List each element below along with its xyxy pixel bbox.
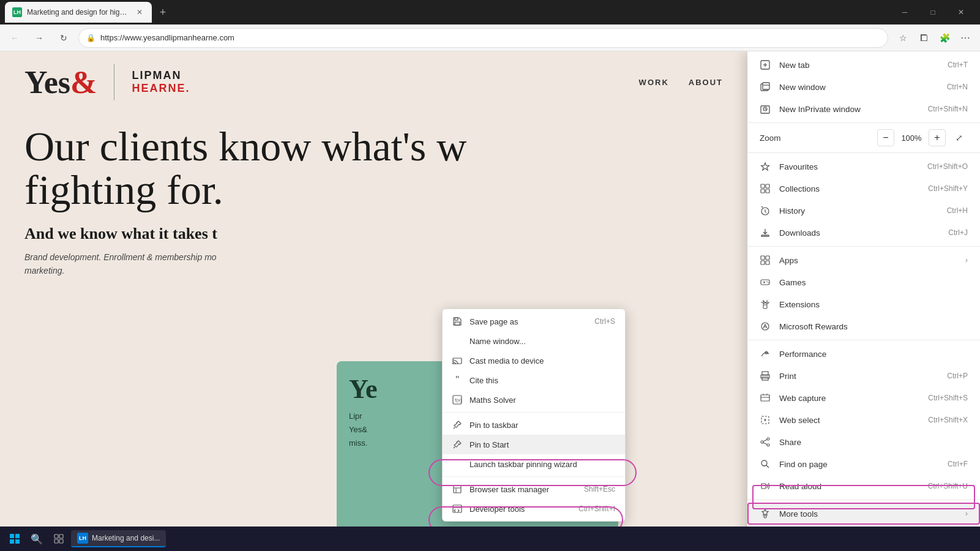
- nav-work[interactable]: WORK: [639, 78, 669, 87]
- menu-find-label: Find on page: [779, 460, 939, 469]
- menu-downloads[interactable]: Downloads Ctrl+J: [747, 222, 980, 244]
- logo-lipman-hearne: LIPMAN HEARNE.: [132, 69, 190, 95]
- close-window-button[interactable]: ✕: [947, 0, 975, 24]
- menu-more-tools-label: More tools: [779, 509, 957, 519]
- ctx-maths[interactable]: f(x) Maths Solver: [443, 390, 625, 410]
- pinning-wizard-icon: [452, 459, 462, 469]
- zoom-out-button[interactable]: −: [877, 129, 894, 146]
- minimize-button[interactable]: ─: [891, 0, 919, 24]
- menu-print-shortcut: Ctrl+P: [947, 372, 968, 380]
- ctx-maths-label: Maths Solver: [469, 395, 615, 405]
- menu-favourites-label: Favourites: [779, 162, 919, 171]
- ctx-pinning-wizard[interactable]: Launch taskbar pinning wizard: [443, 454, 625, 474]
- ctx-pin-start[interactable]: Pin to Start: [443, 435, 625, 454]
- url-bar[interactable]: 🔒 https://www.yesandlipmanhearne.com: [78, 28, 888, 48]
- svg-marker-21: [761, 163, 769, 170]
- maximize-button[interactable]: □: [919, 0, 947, 24]
- settings-menu-button[interactable]: ⋯: [956, 28, 975, 48]
- menu-new-window-label: New window: [779, 83, 938, 92]
- menu-history[interactable]: History Ctrl+H: [747, 200, 980, 222]
- new-tab-icon: [760, 59, 771, 70]
- menu-inprivate[interactable]: New InPrivate window Ctrl+Shift+N: [747, 98, 980, 120]
- history-icon: [760, 205, 771, 216]
- menu-history-label: History: [779, 206, 938, 216]
- ctx-pin-taskbar[interactable]: Pin to taskbar: [443, 415, 625, 435]
- tab-close-button[interactable]: ✕: [135, 7, 144, 17]
- forward-button[interactable]: →: [29, 28, 49, 48]
- menu-sep-2: [747, 152, 980, 153]
- svg-line-50: [766, 465, 769, 468]
- menu-more-tools[interactable]: More tools ›: [747, 503, 980, 525]
- ctx-task-manager-label: Browser task manager: [469, 485, 577, 494]
- zoom-value: 100%: [899, 133, 924, 143]
- ctx-name-window[interactable]: Name window...: [443, 331, 625, 351]
- menu-web-capture[interactable]: Web capture Ctrl+Shift+S: [747, 387, 980, 409]
- active-tab[interactable]: LH Marketing and design for higher... ✕: [5, 2, 152, 23]
- menu-rewards[interactable]: Microsoft Rewards: [747, 315, 980, 337]
- ctx-save-label: Save page as: [469, 317, 587, 326]
- svg-rect-36: [763, 305, 767, 309]
- window-controls: ─ □ ✕: [891, 0, 975, 24]
- menu-find[interactable]: Find on page Ctrl+F: [747, 453, 980, 475]
- menu-apps[interactable]: Apps ›: [747, 249, 980, 271]
- ctx-name-icon: [452, 336, 462, 346]
- zoom-in-button[interactable]: +: [929, 129, 946, 146]
- menu-new-window[interactable]: New window Ctrl+N: [747, 76, 980, 98]
- share-icon: [760, 437, 771, 448]
- favourites-toolbar-button[interactable]: ☆: [893, 28, 913, 48]
- menu-performance[interactable]: Performance: [747, 343, 980, 365]
- ctx-save-page[interactable]: Save page as Ctrl+S: [443, 312, 625, 331]
- menu-print[interactable]: Print Ctrl+P: [747, 365, 980, 387]
- extensions-icon: [760, 299, 771, 310]
- menu-extensions[interactable]: Extensions: [747, 293, 980, 315]
- page-content: Yes & LIPMAN HEARNE. WORK ABOUT Our clie…: [0, 51, 980, 551]
- ctx-cite[interactable]: " Cite this: [443, 370, 625, 390]
- menu-zoom-row: Zoom − 100% + ⤢: [747, 126, 980, 150]
- new-tab-button[interactable]: +: [154, 4, 171, 21]
- start-button[interactable]: [5, 529, 24, 549]
- menu-inprivate-label: New InPrivate window: [779, 105, 919, 114]
- print-icon: [760, 370, 771, 381]
- tab-favicon: LH: [12, 7, 22, 17]
- menu-collections-shortcut: Ctrl+Shift+Y: [928, 184, 968, 193]
- ctx-separator-1: [443, 412, 625, 413]
- collections-toolbar-button[interactable]: ⧠: [914, 28, 933, 48]
- svg-point-52: [764, 515, 766, 518]
- zoom-fullscreen-button[interactable]: ⤢: [951, 129, 968, 146]
- menu-web-select[interactable]: Web select Ctrl+Shift+X: [747, 409, 980, 431]
- menu-share[interactable]: Share: [747, 431, 980, 453]
- ctx-cast[interactable]: Cast media to device: [443, 351, 625, 370]
- svg-rect-25: [766, 189, 769, 193]
- hero-title-line1: Our clients know what's w: [24, 125, 723, 168]
- ctx-task-manager[interactable]: Browser task manager Shift+Esc: [443, 479, 625, 499]
- menu-read-aloud[interactable]: Read aloud Ctrl+Shift+U: [747, 475, 980, 497]
- menu-new-window-shortcut: Ctrl+N: [947, 83, 968, 91]
- tab-title: Marketing and design for higher...: [27, 8, 130, 17]
- nav-about[interactable]: ABOUT: [689, 78, 723, 87]
- menu-new-tab-shortcut: Ctrl+T: [948, 61, 968, 69]
- refresh-button[interactable]: ↻: [54, 28, 73, 48]
- menu-read-aloud-label: Read aloud: [779, 482, 919, 491]
- menu-favourites[interactable]: Favourites Ctrl+Shift+O: [747, 156, 980, 178]
- svg-rect-54: [10, 534, 14, 538]
- menu-games[interactable]: Games: [747, 271, 980, 293]
- task-view-button[interactable]: [49, 529, 69, 549]
- main-menu: New tab Ctrl+T New window Ctrl+N New InP…: [747, 51, 980, 551]
- hero-title: Our clients know what's w fighting for.: [24, 125, 723, 212]
- extensions-toolbar-button[interactable]: 🧩: [935, 28, 954, 48]
- ctx-pin-taskbar-label: Pin to taskbar: [469, 421, 615, 430]
- taskbar-search-button[interactable]: 🔍: [27, 529, 47, 549]
- menu-collections[interactable]: Collections Ctrl+Shift+Y: [747, 178, 980, 200]
- svg-line-48: [763, 443, 767, 444]
- ctx-pinning-wizard-label: Launch taskbar pinning wizard: [469, 460, 615, 469]
- svg-rect-42: [761, 395, 769, 401]
- ctx-dev-tools[interactable]: Developer tools Ctrl+Shift+I: [443, 499, 625, 519]
- star-icon: [760, 161, 771, 172]
- menu-extensions-label: Extensions: [779, 300, 968, 309]
- svg-line-6: [454, 427, 455, 429]
- taskbar-browser-app[interactable]: LH Marketing and desi...: [71, 530, 166, 547]
- menu-new-tab[interactable]: New tab Ctrl+T: [747, 54, 980, 76]
- back-button[interactable]: ←: [5, 28, 24, 48]
- browser-chrome: LH Marketing and design for higher... ✕ …: [0, 0, 980, 51]
- apps-icon: [760, 255, 771, 266]
